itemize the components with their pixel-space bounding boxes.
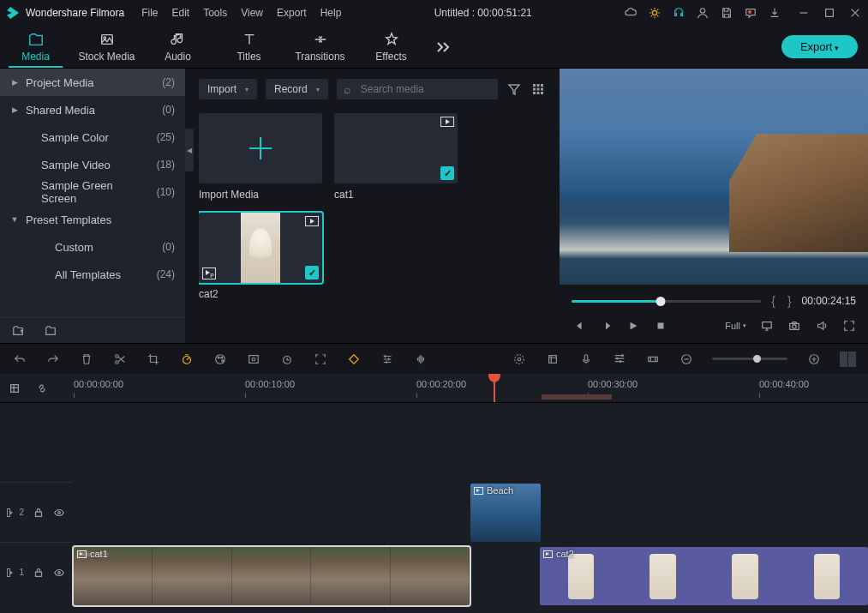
- track-header-2[interactable]: 2: [0, 482, 72, 542]
- svg-rect-7: [541, 84, 543, 87]
- playhead[interactable]: [494, 374, 495, 402]
- link-icon[interactable]: [36, 382, 48, 394]
- marker-icon[interactable]: [645, 352, 660, 366]
- track-manager-icon[interactable]: [612, 352, 626, 366]
- track-header-1[interactable]: 1: [0, 542, 72, 602]
- sidebar-item-preset-templates[interactable]: ▼Preset Templates: [0, 206, 185, 233]
- speed-icon[interactable]: [179, 352, 194, 366]
- message-icon[interactable]: [745, 7, 757, 19]
- menu-help[interactable]: Help: [320, 7, 342, 19]
- tips-icon[interactable]: [649, 7, 661, 19]
- mark-in-icon[interactable]: {: [769, 294, 777, 308]
- tab-transitions-label: Transitions: [295, 51, 344, 63]
- render-icon[interactable]: [545, 352, 560, 366]
- crop-icon[interactable]: [146, 352, 160, 366]
- ruler-track[interactable]: 00:00:00:00 00:00:10:00 00:00:20:00 00:0…: [72, 374, 868, 402]
- svg-point-33: [616, 358, 618, 359]
- grid-view-icon[interactable]: [530, 81, 546, 98]
- clip-cat1[interactable]: cat1: [74, 547, 470, 605]
- keyframe-icon[interactable]: [346, 352, 361, 366]
- duration-icon[interactable]: [279, 352, 294, 366]
- sidebar-item-project-media[interactable]: ▶Project Media(2): [0, 69, 185, 96]
- search-input[interactable]: [337, 79, 498, 99]
- zoom-fit-icon[interactable]: [840, 352, 856, 367]
- collapse-sidebar-icon[interactable]: ◀: [185, 129, 194, 171]
- prev-frame-icon[interactable]: [572, 319, 585, 333]
- scrub-bar[interactable]: [572, 300, 761, 303]
- delete-icon[interactable]: [79, 352, 93, 366]
- snapshot-icon[interactable]: [787, 319, 801, 333]
- clip-cat2[interactable]: cat2: [540, 547, 868, 605]
- save-icon[interactable]: [721, 7, 733, 19]
- display-icon[interactable]: [760, 319, 774, 333]
- scrub-head-icon[interactable]: [655, 297, 665, 306]
- green-screen-icon[interactable]: [246, 352, 260, 366]
- eye-icon[interactable]: [53, 567, 65, 579]
- media-item-cat1[interactable]: ✓ cat1: [334, 113, 458, 201]
- menu-export[interactable]: Export: [277, 7, 307, 19]
- lock-icon[interactable]: [33, 567, 45, 579]
- record-dropdown[interactable]: Record: [266, 79, 328, 99]
- sidebar-item-shared-media[interactable]: ▶Shared Media(0): [0, 96, 185, 123]
- track-area[interactable]: Beach cat1 cat2: [72, 403, 868, 613]
- zoom-out-icon[interactable]: [679, 352, 693, 366]
- menu-view[interactable]: View: [241, 7, 263, 19]
- tab-audio[interactable]: Audio: [142, 26, 213, 68]
- zoom-in-icon[interactable]: [806, 352, 821, 366]
- adjust-icon[interactable]: [380, 352, 394, 366]
- tab-media[interactable]: Media: [0, 26, 71, 68]
- play-pause-icon[interactable]: [599, 319, 613, 333]
- snap-icon[interactable]: [9, 382, 21, 394]
- voiceover-icon[interactable]: [578, 352, 593, 366]
- mark-out-icon[interactable]: }: [786, 294, 793, 308]
- export-button[interactable]: Export: [781, 35, 858, 58]
- lock-icon[interactable]: [33, 507, 45, 519]
- zoom-slider[interactable]: [712, 358, 787, 360]
- more-tabs-icon[interactable]: [427, 41, 461, 53]
- detect-icon[interactable]: [313, 352, 327, 366]
- sidebar-item-custom[interactable]: Custom(0): [0, 233, 185, 261]
- sidebar-count: (10): [157, 186, 175, 198]
- fullscreen-icon[interactable]: [842, 319, 856, 333]
- mixer-icon[interactable]: [512, 352, 526, 366]
- filter-icon[interactable]: [506, 81, 522, 98]
- color-icon[interactable]: [213, 352, 227, 366]
- clip-name: cat2: [556, 549, 574, 559]
- media-item-cat2[interactable]: P✓ cat2: [199, 213, 322, 300]
- download-icon[interactable]: [769, 7, 781, 19]
- tab-effects[interactable]: Effects: [356, 26, 427, 68]
- folder-icon[interactable]: [45, 325, 57, 337]
- support-icon[interactable]: [673, 7, 685, 19]
- account-icon[interactable]: [697, 7, 709, 19]
- media-item-import[interactable]: Import Media: [199, 113, 322, 201]
- sidebar-item-sample-color[interactable]: Sample Color(25): [0, 123, 185, 151]
- tab-stock-media[interactable]: Stock Media: [71, 26, 142, 68]
- cloud-icon[interactable]: [625, 7, 637, 19]
- tab-media-label: Media: [21, 51, 50, 63]
- menu-tools[interactable]: Tools: [203, 7, 227, 19]
- close-icon[interactable]: [849, 7, 861, 19]
- sidebar-item-sample-video[interactable]: Sample Video(18): [0, 151, 185, 178]
- new-folder-icon[interactable]: [12, 325, 24, 337]
- sidebar-item-sample-green[interactable]: Sample Green Screen(10): [0, 178, 185, 206]
- clip-beach[interactable]: Beach: [470, 484, 541, 542]
- tab-transitions[interactable]: Transitions: [284, 26, 356, 68]
- menu-edit[interactable]: Edit: [172, 7, 190, 19]
- maximize-icon[interactable]: [823, 7, 835, 19]
- quality-select[interactable]: Full: [725, 321, 746, 331]
- redo-icon[interactable]: [45, 352, 60, 366]
- zoom-head-icon[interactable]: [753, 355, 761, 363]
- minimize-icon[interactable]: [798, 7, 810, 19]
- tab-titles[interactable]: Titles: [213, 26, 284, 68]
- volume-icon[interactable]: [815, 319, 829, 333]
- preview-viewport[interactable]: [560, 69, 868, 285]
- play-icon[interactable]: [626, 319, 640, 333]
- audio-wave-icon[interactable]: [413, 352, 428, 366]
- undo-icon[interactable]: [12, 352, 27, 366]
- sidebar-item-all-templates[interactable]: All Templates(24): [0, 261, 185, 288]
- import-dropdown[interactable]: Import: [199, 79, 257, 99]
- split-icon[interactable]: [112, 352, 127, 366]
- menu-file[interactable]: File: [141, 7, 158, 19]
- eye-icon[interactable]: [53, 507, 65, 519]
- stop-icon[interactable]: [654, 319, 667, 333]
